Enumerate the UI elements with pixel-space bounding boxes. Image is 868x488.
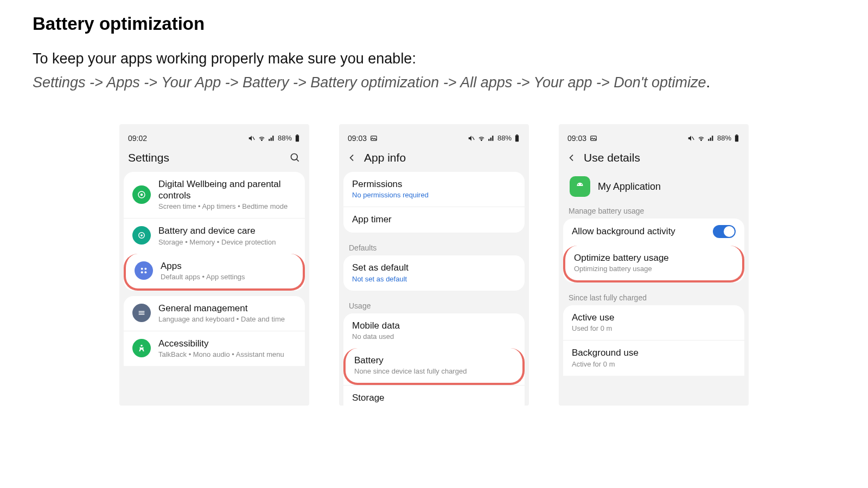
battery-sub: None since device last fully charged xyxy=(354,367,514,375)
status-left: 09:03 xyxy=(348,134,378,143)
svg-point-11 xyxy=(144,267,146,269)
svg-point-13 xyxy=(144,271,146,273)
general-icon xyxy=(132,304,151,322)
svg-rect-22 xyxy=(516,134,518,136)
status-bar: 09:03 88% xyxy=(559,124,749,146)
wellbeing-sub: Screen time • App timers • Bedtime mode xyxy=(158,202,296,210)
status-icons: 88% xyxy=(687,134,740,142)
defaults-label: Defaults xyxy=(339,238,529,255)
settings-path-text: Settings -> Apps -> Your App -> Battery … xyxy=(33,74,706,91)
apps-sub: Default apps • App settings xyxy=(161,273,294,281)
app-header: My Application xyxy=(559,172,749,201)
mute-icon xyxy=(248,134,256,142)
svg-point-9 xyxy=(141,235,143,237)
row-permissions[interactable]: Permissions No permissions required xyxy=(343,172,525,207)
row-battery[interactable]: Battery None since device last fully cha… xyxy=(343,348,525,385)
svg-point-10 xyxy=(141,267,143,269)
svg-point-17 xyxy=(141,345,142,346)
settings-group-1: Digital Wellbeing and parental controls … xyxy=(124,172,305,291)
row-optimize-battery[interactable]: Optimize battery usage Optimizing batter… xyxy=(563,246,744,282)
usage-label: Usage xyxy=(339,296,529,313)
back-button[interactable] xyxy=(348,153,360,162)
accessibility-sub: TalkBack • Mono audio • Assistant menu xyxy=(158,350,296,358)
svg-rect-3 xyxy=(296,134,298,136)
signal-icon xyxy=(488,134,495,142)
image-indicator-icon xyxy=(590,134,597,142)
svg-point-29 xyxy=(581,184,582,185)
general-sub: Language and keyboard • Date and time xyxy=(158,315,296,323)
svg-point-4 xyxy=(291,153,298,160)
battery-icon xyxy=(514,134,520,142)
status-left: 09:03 xyxy=(567,134,597,143)
svg-rect-21 xyxy=(515,135,519,142)
row-mobiledata[interactable]: Mobile data No data used xyxy=(343,313,525,348)
permissions-sub: No permissions required xyxy=(352,191,516,199)
row-active-use: Active use Used for 0 m xyxy=(563,305,744,340)
svg-point-20 xyxy=(481,139,482,140)
page-heading: Battery optimization xyxy=(33,14,835,34)
row-background-use: Background use Active for 0 m xyxy=(563,340,744,375)
screen-title: App info xyxy=(360,151,520,164)
row-apps[interactable]: Apps Default apps • App settings xyxy=(124,254,305,291)
status-bar: 09:02 88% xyxy=(119,124,309,146)
row-general[interactable]: General management Language and keyboard… xyxy=(124,296,305,331)
status-time: 09:03 xyxy=(348,134,367,143)
status-time: 09:02 xyxy=(128,134,147,143)
search-icon[interactable] xyxy=(289,152,301,163)
devicecare-icon xyxy=(132,226,151,245)
row-allow-background[interactable]: Allow background activity xyxy=(563,219,744,246)
screen-title: Settings xyxy=(128,151,289,164)
mute-icon xyxy=(687,134,695,142)
apps-icon xyxy=(135,261,153,280)
row-apptimer[interactable]: App timer xyxy=(343,207,525,233)
signal-icon xyxy=(707,134,715,142)
svg-rect-14 xyxy=(139,311,145,312)
accessibility-icon xyxy=(132,339,151,357)
svg-line-19 xyxy=(473,137,475,140)
row-wellbeing[interactable]: Digital Wellbeing and parental controls … xyxy=(124,172,305,219)
optimize-sub: Optimizing battery usage xyxy=(574,265,733,273)
svg-rect-16 xyxy=(139,314,145,314)
row-storage[interactable]: Storage xyxy=(343,385,525,406)
screen-title-bar: Use details xyxy=(559,146,749,172)
screen-title: Use details xyxy=(579,151,740,164)
permissions-title: Permissions xyxy=(352,178,516,190)
settings-path: Settings -> Apps -> Your App -> Battery … xyxy=(33,72,835,94)
settings-group-2: General management Language and keyboard… xyxy=(124,296,305,367)
svg-rect-27 xyxy=(736,134,737,136)
battery-icon xyxy=(733,134,740,142)
setdefault-sub: Not set as default xyxy=(352,275,516,283)
row-setdefault[interactable]: Set as default Not set as default xyxy=(343,255,525,290)
accessibility-title: Accessibility xyxy=(158,338,296,349)
battery-group-2: Active use Used for 0 m Background use A… xyxy=(563,305,744,376)
svg-point-25 xyxy=(701,139,702,140)
svg-point-28 xyxy=(578,184,579,185)
svg-point-12 xyxy=(141,271,143,273)
back-button[interactable] xyxy=(567,153,579,162)
allow-background-toggle[interactable] xyxy=(713,225,736,238)
manage-label: Manage battery usage xyxy=(559,201,749,219)
allowbg-title: Allow background activity xyxy=(572,226,705,237)
svg-rect-15 xyxy=(139,312,145,313)
bg-title: Background use xyxy=(572,347,736,358)
settings-path-dot: . xyxy=(706,74,711,91)
status-icons: 88% xyxy=(248,134,301,142)
optimize-title: Optimize battery usage xyxy=(574,252,733,264)
appinfo-group-defaults: Set as default Not set as default xyxy=(343,255,525,290)
status-time: 09:03 xyxy=(567,134,586,143)
storage-title: Storage xyxy=(352,392,516,403)
wifi-icon xyxy=(477,134,486,142)
appinfo-group-1: Permissions No permissions required App … xyxy=(343,172,525,233)
svg-point-1 xyxy=(261,139,263,140)
row-accessibility[interactable]: Accessibility TalkBack • Mono audio • As… xyxy=(124,331,305,366)
intro-text: To keep your apps working properly make … xyxy=(33,50,835,67)
battery-percent: 88% xyxy=(278,134,292,142)
battery-group-1: Allow background activity Optimize batte… xyxy=(563,219,744,282)
wellbeing-title: Digital Wellbeing and parental controls xyxy=(158,178,296,202)
row-devicecare[interactable]: Battery and device care Storage • Memory… xyxy=(124,218,305,253)
svg-rect-26 xyxy=(735,135,738,142)
screen-title-bar: Settings xyxy=(119,146,309,172)
screenshot-row: 09:02 88% Settings Digital Wellbeing xyxy=(33,124,835,406)
image-indicator-icon xyxy=(370,134,378,142)
android-app-icon xyxy=(570,176,590,197)
